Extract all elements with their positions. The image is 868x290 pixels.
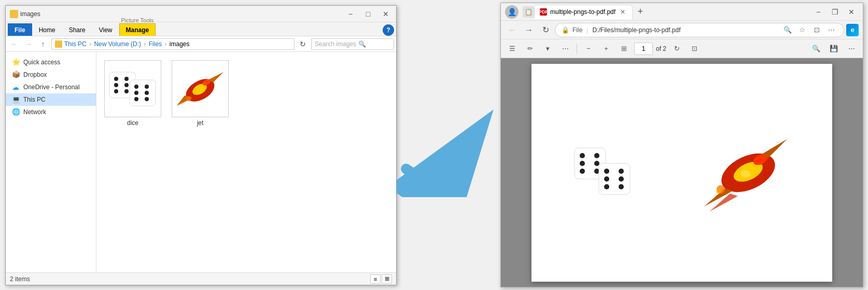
pdf-search-button[interactable]: 🔍 [809, 42, 823, 56]
address-protocol: File [572, 26, 582, 34]
pdf-draw-button[interactable]: ✏ [523, 42, 537, 56]
tab-favicon: PDF [540, 8, 547, 16]
arrow-container [397, 0, 500, 290]
pdf-outline-button[interactable]: ☰ [505, 42, 520, 56]
browser-tab-pdf[interactable]: PDF multiple-pngs-to-pdf.pdf ✕ [534, 5, 633, 19]
browser-forward-button[interactable]: → [522, 23, 536, 37]
search-icon[interactable]: 🔍 [358, 40, 366, 48]
pdf-page-input[interactable] [634, 43, 653, 55]
pc-icon [12, 95, 20, 104]
svg-rect-7 [130, 80, 156, 106]
search-placeholder: Search images [315, 40, 356, 48]
network-icon [12, 108, 20, 116]
pdf-menu-button[interactable]: ⋯ [844, 42, 859, 56]
svg-point-10 [134, 91, 138, 95]
browser-close-button[interactable]: ✕ [844, 6, 859, 18]
address-input[interactable]: 🔒 File | D:/Files/multiple-pngs-to-pdf.p… [555, 23, 844, 37]
dice-image [107, 64, 159, 114]
help-button[interactable]: ? [383, 24, 394, 36]
favorites-icon[interactable]: ☆ [796, 24, 808, 36]
pdf-draw-dropdown[interactable]: ▾ [540, 42, 555, 56]
search-bar: Search images 🔍 [311, 38, 394, 50]
tab-title: multiple-pngs-to-pdf.pdf [550, 8, 615, 16]
new-tab-button[interactable]: + [634, 5, 647, 19]
pdf-zoom-in-button[interactable]: + [599, 42, 613, 56]
address-bar: ← → ↑ This PC › New Volume (D:) › Files … [6, 36, 396, 52]
refresh-button[interactable]: ↻ [297, 38, 309, 50]
svg-point-2 [124, 77, 129, 81]
address-url: D:/Files/multiple-pngs-to-pdf.pdf [592, 26, 778, 34]
svg-point-6 [124, 89, 129, 93]
browser-title-left: 👤 📋 [505, 5, 534, 19]
tab-home[interactable]: Home [32, 23, 62, 36]
star-icon [12, 58, 20, 66]
svg-point-3 [114, 83, 118, 87]
tab-close-button[interactable]: ✕ [619, 8, 627, 16]
pdf-fit-button[interactable]: ⊞ [617, 42, 631, 56]
pdf-more-button[interactable]: ⋯ [558, 42, 572, 56]
breadcrumb: This PC › New Volume (D:) › Files › imag… [51, 38, 295, 50]
sidebar-item-quick-access[interactable]: Quick access [6, 56, 96, 68]
sidebar-item-onedrive[interactable]: OneDrive - Personal [6, 81, 96, 93]
svg-point-11 [145, 91, 149, 95]
list-view-button[interactable]: ≡ [370, 274, 381, 284]
pdf-content [501, 58, 863, 287]
tab-file[interactable]: File [8, 23, 32, 36]
ribbon: File Home Share View Picture Tools Manag… [6, 22, 396, 36]
svg-point-9 [145, 85, 149, 89]
sidebar-item-this-pc[interactable]: This PC [6, 93, 96, 106]
tab-view[interactable]: View [92, 23, 119, 36]
svg-point-4 [124, 83, 129, 87]
dice-file-name: dice [127, 119, 138, 127]
pdf-toolbar: ☰ ✏ ▾ ⋯ − + ⊞ of 2 ↻ ⊡ 🔍 💾 ⋯ [501, 39, 863, 58]
svg-point-33 [604, 184, 609, 189]
svg-point-1 [114, 77, 118, 81]
pdf-dice-group [572, 143, 639, 202]
split-view-icon[interactable]: ⊡ [810, 24, 823, 36]
sidebar-item-dropbox[interactable]: Dropbox [6, 68, 96, 81]
pdf-jet-image [699, 131, 792, 214]
up-button[interactable]: ↑ [37, 38, 49, 50]
browser-back-button[interactable]: ← [505, 23, 520, 37]
sidebar-label-onedrive: OneDrive - Personal [23, 84, 80, 91]
pdf-zoom-out-button[interactable]: − [581, 42, 596, 56]
svg-marker-16 [208, 72, 223, 82]
pdf-fit-page-button[interactable]: ⊡ [687, 42, 702, 56]
browser-refresh-button[interactable]: ↻ [538, 23, 553, 37]
svg-point-32 [619, 176, 624, 182]
sidebar-label-network: Network [23, 108, 46, 116]
browser-extension-icon[interactable]: 📋 [523, 6, 534, 18]
address-right-icons: 🔍 ☆ ⊡ ⋯ [781, 24, 837, 36]
onedrive-icon [12, 83, 20, 91]
sidebar: Quick access Dropbox OneDrive - Personal… [6, 52, 96, 272]
list-item[interactable]: jet [169, 57, 231, 130]
browser-title-controls: − ❐ ✕ [811, 6, 859, 18]
breadcrumb-folder-icon [55, 40, 62, 48]
forward-button[interactable]: → [22, 38, 35, 50]
pdf-page [531, 64, 832, 282]
sidebar-label-this-pc: This PC [23, 96, 46, 103]
sidebar-item-network[interactable]: Network [6, 106, 96, 118]
separator [577, 44, 577, 54]
folder-icon [10, 10, 18, 18]
svg-point-5 [114, 89, 118, 93]
tab-share[interactable]: Share [62, 23, 92, 36]
back-button[interactable]: ← [8, 38, 20, 50]
browser-more-btn[interactable]: ⋯ [825, 24, 837, 36]
browser-minimize-button[interactable]: − [811, 6, 825, 18]
zoom-icon[interactable]: 🔍 [781, 24, 794, 36]
pdf-save-button[interactable]: 💾 [827, 42, 841, 56]
svg-rect-28 [599, 163, 630, 195]
tab-manage[interactable]: Manage [119, 23, 156, 36]
address-lock-icon: 🔒 [562, 26, 569, 34]
svg-point-13 [145, 97, 149, 101]
browser-maximize-button[interactable]: ❐ [828, 6, 842, 18]
main-area: Quick access Dropbox OneDrive - Personal… [6, 52, 396, 272]
svg-point-26 [580, 169, 585, 174]
grid-view-button[interactable]: ⊞ [382, 274, 392, 284]
svg-point-34 [619, 184, 624, 189]
picture-tools-label: Picture Tools [119, 17, 154, 23]
pdf-rotate-button[interactable]: ↻ [669, 42, 684, 56]
jet-thumbnail [172, 60, 229, 117]
list-item[interactable]: dice [102, 57, 164, 130]
